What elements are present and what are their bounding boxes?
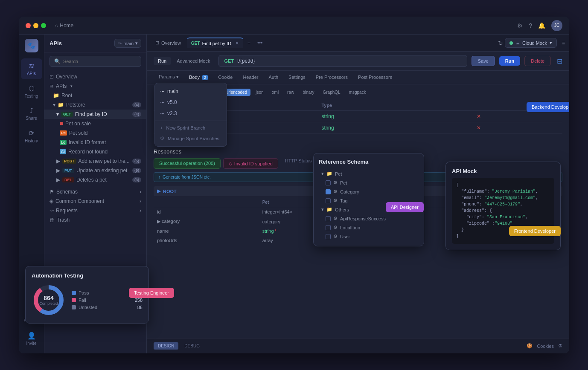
params-tab[interactable]: Params ▾ [154, 71, 184, 84]
design-tab[interactable]: DESIGN [154, 342, 178, 350]
user-checkbox[interactable] [326, 234, 331, 239]
pre-processors-tab[interactable]: Pre Processors [311, 71, 353, 84]
auth-tab[interactable]: Auth [263, 71, 283, 84]
tree-item-pet-sold[interactable]: Pe Pet sold [44, 128, 146, 138]
hamburger-icon[interactable]: ≡ [562, 40, 565, 46]
home-link[interactable]: ⌂ Home [55, 23, 73, 29]
url-bar[interactable]: GET t/{petId} [218, 55, 467, 67]
run-button[interactable]: Run [499, 56, 520, 66]
split-view-icon[interactable]: ⊟ [557, 57, 562, 65]
tree-item-invalid-id[interactable]: Lo Invalid ID format [44, 138, 146, 147]
search-box: 🔍 [49, 56, 141, 67]
ref-item-user[interactable]: ⚙ User [319, 232, 419, 241]
sidebar-item-invite[interactable]: 👤 Invite [21, 328, 42, 349]
remove-row-name[interactable]: ✕ [473, 111, 562, 122]
add-tab-button[interactable]: + [245, 38, 253, 48]
sidebar-item-share[interactable]: ⤴ Share [21, 104, 42, 124]
api-response-checkbox[interactable] [326, 216, 331, 221]
ref-folder-pet[interactable]: ▾ 📁 Pet [319, 169, 419, 178]
root-label: Root [61, 92, 72, 98]
tab-run[interactable]: Run [154, 57, 171, 65]
fail-count: 258 [135, 298, 143, 303]
tag-checkbox[interactable] [326, 198, 331, 203]
sidebar-item-history[interactable]: ⟳ History [21, 126, 42, 147]
tree-item-record-not-found[interactable]: CI Record not found [44, 147, 146, 156]
chevron-icon: ▾ [53, 102, 55, 108]
del-badge: DEL [62, 177, 74, 182]
remove-row-status[interactable]: ✕ [473, 122, 562, 134]
chevron-right-icon: ▶ [157, 188, 160, 194]
schemas-icon: ⚑ [49, 189, 54, 195]
resp-tab-error[interactable]: ◇ Invalid ID supplied [223, 158, 278, 169]
sidebar-item-common-component[interactable]: ◈ Common Component › [44, 197, 146, 206]
sidebar-item-overview[interactable]: ⊡ Overview [44, 72, 146, 81]
tab-more-button[interactable]: ••• [255, 38, 265, 48]
tree-item-put-pet[interactable]: ▶ PUT Update an existing pet (9) [44, 166, 146, 175]
help-icon[interactable]: ? [529, 22, 532, 29]
ct-json[interactable]: json [252, 89, 267, 96]
ref-item-pet[interactable]: ⚙ Pet [319, 178, 419, 187]
localition-checkbox[interactable] [326, 225, 331, 230]
dd-item-v23[interactable]: ⤳ v2.3 [155, 108, 227, 119]
minimize-button[interactable] [33, 23, 38, 28]
header-tab[interactable]: Header [238, 71, 263, 84]
ct-binary[interactable]: binary [299, 89, 317, 96]
category-checkbox[interactable] [326, 189, 331, 194]
search-input[interactable] [63, 59, 137, 64]
sidebar-item-apis-nav[interactable]: ≋ APIs ▾ [44, 81, 146, 91]
ct-msgpack[interactable]: msgpack [346, 89, 370, 96]
ref-item-localition[interactable]: ⚙ LocalItion [319, 223, 419, 232]
ct-graphql[interactable]: GraphQL [319, 89, 343, 96]
tree-item-root[interactable]: 📁 Root [44, 91, 146, 100]
branch-name: main [123, 41, 134, 46]
close-button[interactable] [26, 23, 31, 28]
get-badge: GET [61, 112, 73, 117]
dd-manage-branches[interactable]: ⚙ Manage Sprint Branches [155, 133, 227, 144]
donut-chart: 864 Completed [32, 283, 66, 317]
cloud-mock-badge[interactable]: ☁ Cloud Mock ▾ [505, 38, 557, 48]
tree-item-petstore[interactable]: ▾ 📁 Petstore (4) [44, 100, 146, 110]
sidebar-item-schemas[interactable]: ⚑ Schemas › [44, 187, 146, 197]
sidebar-item-testing[interactable]: ⬡ Testing [21, 81, 42, 102]
maximize-button[interactable] [41, 23, 46, 28]
branch-selector[interactable]: ⤳ main ▾ [114, 39, 141, 48]
sidebar-item-requests[interactable]: ⤻ Requests › [44, 206, 146, 215]
dd-v50-label: v5.0 [167, 99, 177, 105]
avatar[interactable]: JC [551, 20, 562, 31]
branch-icon: ⤳ [160, 89, 164, 94]
api-mock-title: API Mock [452, 168, 554, 174]
sidebar-item-trash[interactable]: 🗑 Trash [44, 215, 146, 225]
bell-icon[interactable]: 🔔 [538, 22, 545, 29]
tab-get-find-pet[interactable]: GET Find pet by ID ✕ [187, 38, 243, 48]
fail-label: Fail [79, 298, 86, 303]
cookie-tab[interactable]: Cookie [213, 71, 238, 84]
post-processors-tab[interactable]: Post Processors [353, 71, 397, 84]
ct-xml[interactable]: xml [269, 89, 282, 96]
chevron-down-icon: ▾ [70, 84, 73, 88]
tree-item-del-pet[interactable]: ▶ DEL Deletes a pet (3) [44, 175, 146, 185]
body-tab[interactable]: Body 2 [184, 71, 213, 84]
resp-tab-200[interactable]: Successful operation (200) [154, 158, 221, 169]
tree-item-pet-on-sale[interactable]: Pet on sale [44, 119, 146, 128]
ref-item-category[interactable]: ⚙ Category [319, 187, 419, 196]
tab-overview[interactable]: ⊡ Overview [151, 38, 185, 48]
ref-tag-label: Tag [340, 198, 348, 203]
delete-button[interactable]: Delete [524, 56, 551, 66]
ref-item-api-response[interactable]: ⚙ ApiResponseSuccess [319, 214, 419, 223]
ct-raw[interactable]: raw [284, 89, 297, 96]
settings-tab[interactable]: Settings [283, 71, 311, 84]
tab-advanced-mock[interactable]: Advanced Mock [172, 57, 214, 65]
pet-checkbox[interactable] [326, 180, 331, 185]
settings-icon[interactable]: ⚙ [517, 22, 523, 29]
tree-item-find-pet[interactable]: ▾ GET Find pet by ID (4) [44, 110, 146, 119]
tab-close-icon[interactable]: ✕ [235, 40, 239, 46]
dd-item-v50[interactable]: ⤳ v5.0 [155, 97, 227, 108]
bracket-close: ] [456, 234, 459, 239]
dd-item-main[interactable]: ⤳ main [155, 86, 227, 97]
dd-new-sprint[interactable]: + New Sprint Branch [155, 123, 227, 133]
refresh-icon[interactable]: ↻ [498, 40, 503, 46]
debug-tab[interactable]: DEBUG [180, 342, 204, 350]
sidebar-item-apis[interactable]: ≋ APIs [21, 58, 42, 79]
tree-item-post-pet[interactable]: ▶ POST Add a new pet to the... (5) [44, 156, 146, 166]
save-button[interactable]: Save [472, 56, 495, 66]
